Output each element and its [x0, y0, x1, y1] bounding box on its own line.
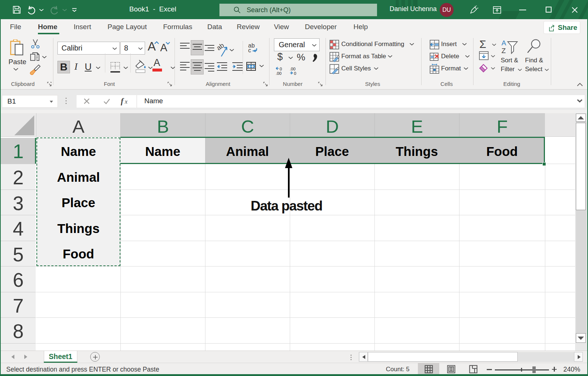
svg-text:Z: Z [501, 47, 506, 54]
svg-text:A: A [501, 39, 506, 47]
svg-text:.00: .00 [290, 67, 296, 71]
svg-text:c: c [248, 47, 251, 53]
svg-text:.00: .00 [276, 71, 282, 76]
svg-text:0: 0 [279, 67, 282, 71]
svg-text:0: 0 [294, 71, 296, 76]
